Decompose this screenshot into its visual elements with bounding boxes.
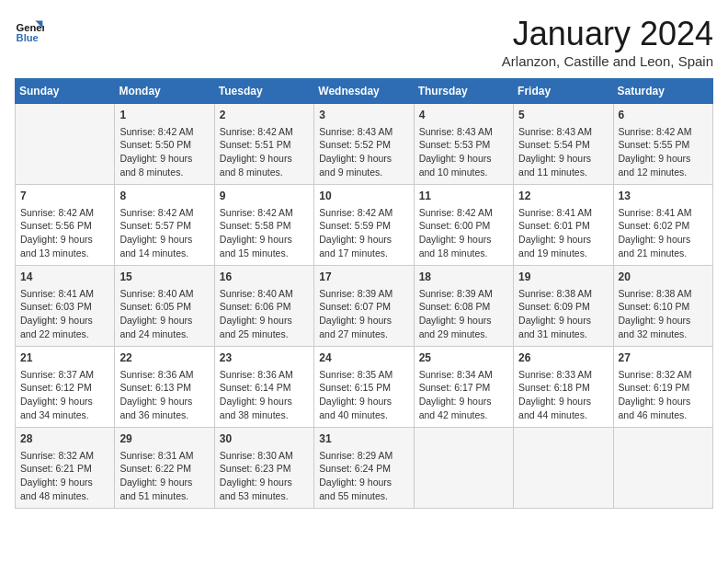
calendar-cell: 23Sunrise: 8:36 AM Sunset: 6:14 PM Dayli… bbox=[214, 347, 313, 428]
header-cell-sunday: Sunday bbox=[16, 79, 115, 104]
day-number: 16 bbox=[220, 270, 309, 285]
day-number: 13 bbox=[619, 189, 708, 204]
day-info: Sunrise: 8:37 AM Sunset: 6:12 PM Dayligh… bbox=[20, 368, 109, 422]
calendar-cell: 24Sunrise: 8:35 AM Sunset: 6:15 PM Dayli… bbox=[314, 347, 414, 428]
calendar-cell: 3Sunrise: 8:43 AM Sunset: 5:52 PM Daylig… bbox=[314, 104, 414, 185]
calendar-cell: 12Sunrise: 8:41 AM Sunset: 6:01 PM Dayli… bbox=[514, 185, 613, 266]
calendar-cell: 21Sunrise: 8:37 AM Sunset: 6:12 PM Dayli… bbox=[16, 347, 115, 428]
calendar-week-row: 1Sunrise: 8:42 AM Sunset: 5:50 PM Daylig… bbox=[16, 104, 713, 185]
day-info: Sunrise: 8:32 AM Sunset: 6:21 PM Dayligh… bbox=[20, 449, 109, 503]
calendar-cell: 2Sunrise: 8:42 AM Sunset: 5:51 PM Daylig… bbox=[214, 104, 313, 185]
day-info: Sunrise: 8:40 AM Sunset: 6:06 PM Dayligh… bbox=[220, 287, 309, 341]
day-number: 7 bbox=[20, 189, 109, 204]
calendar-title: January 2024 bbox=[502, 15, 713, 53]
day-number: 18 bbox=[419, 270, 508, 285]
day-info: Sunrise: 8:35 AM Sunset: 6:15 PM Dayligh… bbox=[319, 368, 408, 422]
day-number: 21 bbox=[20, 350, 109, 366]
calendar-cell: 28Sunrise: 8:32 AM Sunset: 6:21 PM Dayli… bbox=[16, 428, 115, 509]
day-number: 9 bbox=[220, 189, 309, 204]
calendar-cell: 10Sunrise: 8:42 AM Sunset: 5:59 PM Dayli… bbox=[314, 185, 414, 266]
calendar-cell: 8Sunrise: 8:42 AM Sunset: 5:57 PM Daylig… bbox=[115, 185, 214, 266]
calendar-cell: 26Sunrise: 8:33 AM Sunset: 6:18 PM Dayli… bbox=[514, 347, 613, 428]
logo-icon: General Blue bbox=[15, 15, 44, 44]
calendar-cell: 30Sunrise: 8:30 AM Sunset: 6:23 PM Dayli… bbox=[214, 428, 313, 509]
header-cell-thursday: Thursday bbox=[414, 79, 513, 104]
header-cell-friday: Friday bbox=[514, 79, 613, 104]
day-info: Sunrise: 8:32 AM Sunset: 6:19 PM Dayligh… bbox=[619, 368, 708, 422]
calendar-cell: 7Sunrise: 8:42 AM Sunset: 5:56 PM Daylig… bbox=[16, 185, 115, 266]
day-number: 4 bbox=[419, 108, 508, 123]
day-info: Sunrise: 8:30 AM Sunset: 6:23 PM Dayligh… bbox=[220, 449, 309, 503]
day-number: 28 bbox=[20, 431, 109, 447]
calendar-cell: 25Sunrise: 8:34 AM Sunset: 6:17 PM Dayli… bbox=[414, 347, 513, 428]
calendar-cell: 6Sunrise: 8:42 AM Sunset: 5:55 PM Daylig… bbox=[613, 104, 712, 185]
day-info: Sunrise: 8:38 AM Sunset: 6:09 PM Dayligh… bbox=[518, 287, 608, 341]
calendar-cell: 11Sunrise: 8:42 AM Sunset: 6:00 PM Dayli… bbox=[414, 185, 513, 266]
header-cell-tuesday: Tuesday bbox=[214, 79, 313, 104]
day-info: Sunrise: 8:43 AM Sunset: 5:52 PM Dayligh… bbox=[319, 125, 408, 179]
page-header: General Blue January 2024 Arlanzon, Cast… bbox=[15, 15, 713, 69]
day-number: 11 bbox=[419, 189, 508, 204]
day-number: 19 bbox=[518, 270, 608, 285]
calendar-table: SundayMondayTuesdayWednesdayThursdayFrid… bbox=[15, 78, 713, 509]
day-number: 2 bbox=[220, 108, 309, 123]
calendar-week-row: 21Sunrise: 8:37 AM Sunset: 6:12 PM Dayli… bbox=[16, 347, 713, 428]
title-block: January 2024 Arlanzon, Castille and Leon… bbox=[502, 15, 713, 69]
calendar-cell: 1Sunrise: 8:42 AM Sunset: 5:50 PM Daylig… bbox=[115, 104, 214, 185]
day-number: 17 bbox=[319, 270, 408, 285]
day-number: 31 bbox=[319, 431, 408, 447]
day-info: Sunrise: 8:42 AM Sunset: 5:50 PM Dayligh… bbox=[119, 125, 209, 179]
day-info: Sunrise: 8:42 AM Sunset: 6:00 PM Dayligh… bbox=[419, 206, 508, 260]
day-info: Sunrise: 8:33 AM Sunset: 6:18 PM Dayligh… bbox=[518, 368, 608, 422]
calendar-cell: 16Sunrise: 8:40 AM Sunset: 6:06 PM Dayli… bbox=[214, 266, 313, 347]
calendar-body: 1Sunrise: 8:42 AM Sunset: 5:50 PM Daylig… bbox=[16, 104, 713, 509]
header-cell-wednesday: Wednesday bbox=[314, 79, 414, 104]
day-number: 26 bbox=[518, 350, 608, 366]
calendar-cell: 17Sunrise: 8:39 AM Sunset: 6:07 PM Dayli… bbox=[314, 266, 414, 347]
day-info: Sunrise: 8:42 AM Sunset: 5:59 PM Dayligh… bbox=[319, 206, 408, 260]
day-number: 14 bbox=[20, 270, 109, 285]
day-info: Sunrise: 8:40 AM Sunset: 6:05 PM Dayligh… bbox=[119, 287, 209, 341]
calendar-cell: 19Sunrise: 8:38 AM Sunset: 6:09 PM Dayli… bbox=[514, 266, 613, 347]
calendar-cell: 22Sunrise: 8:36 AM Sunset: 6:13 PM Dayli… bbox=[115, 347, 214, 428]
day-number: 25 bbox=[419, 350, 508, 366]
svg-text:Blue: Blue bbox=[17, 32, 39, 43]
day-number: 30 bbox=[220, 431, 309, 447]
day-info: Sunrise: 8:42 AM Sunset: 5:51 PM Dayligh… bbox=[220, 125, 309, 179]
day-number: 5 bbox=[518, 108, 608, 123]
header-cell-monday: Monday bbox=[115, 79, 214, 104]
day-number: 1 bbox=[119, 108, 209, 123]
calendar-cell bbox=[16, 104, 115, 185]
calendar-cell: 5Sunrise: 8:43 AM Sunset: 5:54 PM Daylig… bbox=[514, 104, 613, 185]
day-number: 20 bbox=[619, 270, 708, 285]
day-number: 3 bbox=[319, 108, 408, 123]
day-number: 15 bbox=[119, 270, 209, 285]
calendar-cell bbox=[613, 428, 712, 509]
day-number: 27 bbox=[619, 350, 708, 366]
day-number: 12 bbox=[518, 189, 608, 204]
header-cell-saturday: Saturday bbox=[613, 79, 712, 104]
calendar-subtitle: Arlanzon, Castille and Leon, Spain bbox=[502, 53, 713, 69]
calendar-cell bbox=[514, 428, 613, 509]
day-number: 6 bbox=[619, 108, 708, 123]
calendar-cell: 9Sunrise: 8:42 AM Sunset: 5:58 PM Daylig… bbox=[214, 185, 313, 266]
calendar-cell: 29Sunrise: 8:31 AM Sunset: 6:22 PM Dayli… bbox=[115, 428, 214, 509]
calendar-cell: 15Sunrise: 8:40 AM Sunset: 6:05 PM Dayli… bbox=[115, 266, 214, 347]
day-number: 23 bbox=[220, 350, 309, 366]
calendar-week-row: 14Sunrise: 8:41 AM Sunset: 6:03 PM Dayli… bbox=[16, 266, 713, 347]
calendar-cell: 18Sunrise: 8:39 AM Sunset: 6:08 PM Dayli… bbox=[414, 266, 513, 347]
day-info: Sunrise: 8:42 AM Sunset: 5:57 PM Dayligh… bbox=[119, 206, 209, 260]
calendar-cell: 31Sunrise: 8:29 AM Sunset: 6:24 PM Dayli… bbox=[314, 428, 414, 509]
day-info: Sunrise: 8:34 AM Sunset: 6:17 PM Dayligh… bbox=[419, 368, 508, 422]
day-info: Sunrise: 8:41 AM Sunset: 6:01 PM Dayligh… bbox=[518, 206, 608, 260]
calendar-cell: 4Sunrise: 8:43 AM Sunset: 5:53 PM Daylig… bbox=[414, 104, 513, 185]
calendar-cell bbox=[414, 428, 513, 509]
day-info: Sunrise: 8:43 AM Sunset: 5:53 PM Dayligh… bbox=[419, 125, 508, 179]
day-number: 29 bbox=[119, 431, 209, 447]
day-info: Sunrise: 8:42 AM Sunset: 5:56 PM Dayligh… bbox=[20, 206, 109, 260]
day-info: Sunrise: 8:43 AM Sunset: 5:54 PM Dayligh… bbox=[518, 125, 608, 179]
calendar-cell: 27Sunrise: 8:32 AM Sunset: 6:19 PM Dayli… bbox=[613, 347, 712, 428]
calendar-cell: 20Sunrise: 8:38 AM Sunset: 6:10 PM Dayli… bbox=[613, 266, 712, 347]
calendar-cell: 13Sunrise: 8:41 AM Sunset: 6:02 PM Dayli… bbox=[613, 185, 712, 266]
day-number: 10 bbox=[319, 189, 408, 204]
